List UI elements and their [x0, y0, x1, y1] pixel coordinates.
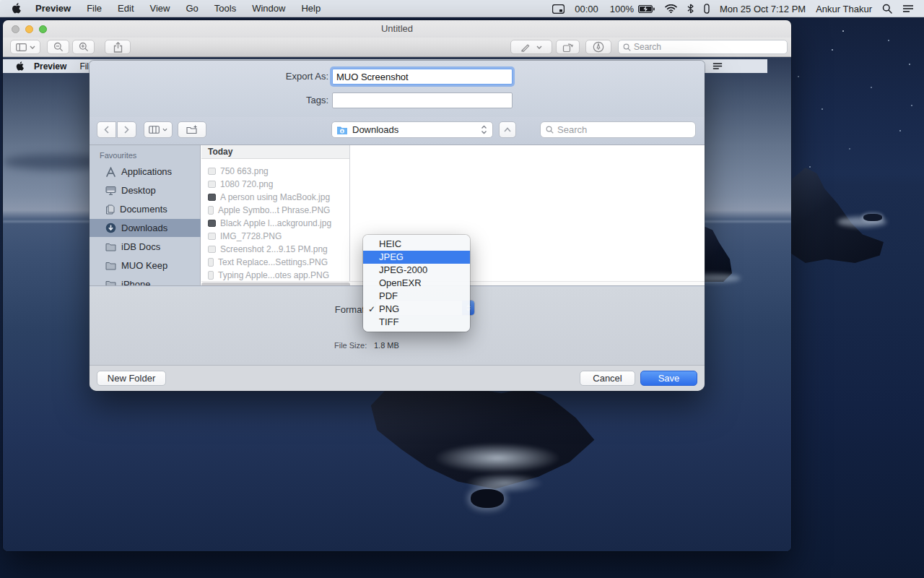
file-row[interactable]: IMG_7728.PNG	[201, 230, 349, 243]
file-thumbnail	[208, 246, 216, 253]
folder-icon	[105, 243, 116, 251]
cancel-label: Cancel	[593, 373, 622, 384]
new-folder-button[interactable]: New Folder	[97, 371, 166, 386]
scrollbar-thumb[interactable]	[201, 282, 350, 286]
file-row[interactable]: Apple Symbo...t Phrase.PNG	[201, 204, 349, 217]
new-folder-icon	[186, 125, 199, 134]
file-thumbnail	[208, 194, 216, 201]
documents-icon	[105, 204, 115, 215]
file-name: Typing Apple...otes app.PNG	[218, 270, 329, 280]
file-thumbnail	[208, 220, 216, 227]
sidebar-label: Applications	[121, 166, 172, 177]
zoom-out-button[interactable]	[47, 40, 69, 54]
file-name: Apple Symbo...t Phrase.PNG	[218, 205, 330, 215]
menu-preview[interactable]: Preview	[35, 3, 71, 14]
format-option-jpeg[interactable]: JPEG	[363, 251, 470, 264]
share-button[interactable]	[105, 40, 131, 54]
sidebar-item-desktop[interactable]: Desktop	[90, 181, 201, 199]
file-row[interactable]: Screenshot 2...9.15 PM.png	[201, 243, 349, 256]
sidebar-item-documents[interactable]: Documents	[90, 200, 201, 218]
menu-window[interactable]: Window	[252, 3, 285, 14]
share-icon	[113, 42, 123, 53]
bluetooth-icon[interactable]	[687, 4, 694, 14]
folder-icon	[105, 280, 116, 287]
menu-go[interactable]: Go	[186, 3, 198, 14]
file-thumbnail	[208, 233, 216, 240]
menu-edit[interactable]: Edit	[118, 3, 134, 14]
menu-bar-clock[interactable]: Mon 25 Oct 7:12 PM	[720, 4, 806, 14]
save-button[interactable]: Save	[640, 371, 697, 386]
toolbar-search-field[interactable]: Search	[618, 40, 788, 54]
file-row[interactable]: 750 663.png	[201, 165, 349, 178]
spotlight-icon[interactable]	[882, 4, 892, 14]
file-name: A person using MacBook.jpg	[220, 192, 330, 202]
file-row[interactable]: 1080 720.png	[201, 178, 349, 191]
sidebar-item-idb-docs[interactable]: iDB Docs	[90, 238, 201, 256]
format-option-heic[interactable]: HEIC	[363, 238, 470, 251]
view-mode-button[interactable]	[144, 121, 173, 138]
format-option-openexr[interactable]: OpenEXR	[363, 277, 470, 290]
format-option-jpeg2000[interactable]: JPEG-2000	[363, 264, 470, 277]
file-thumbnail	[208, 271, 214, 280]
format-option-png[interactable]: ✓PNG	[363, 303, 470, 316]
zoom-in-button[interactable]	[72, 40, 95, 54]
sidebar-item-iphone[interactable]: iPhone	[90, 275, 201, 286]
notification-center-icon[interactable]	[902, 4, 914, 13]
format-label: Format	[90, 304, 365, 315]
menu-view[interactable]: View	[150, 3, 170, 14]
tags-field[interactable]	[332, 92, 513, 108]
wallpaper-rock	[863, 214, 882, 221]
forward-button[interactable]	[117, 121, 136, 138]
rotate-button[interactable]	[556, 40, 580, 54]
file-row[interactable]: Black Apple l...ackground.jpg	[201, 217, 349, 230]
format-option-tiff[interactable]: TIFF	[363, 316, 470, 329]
location-popup[interactable]: Downloads	[331, 121, 493, 138]
format-option-pdf[interactable]: PDF	[363, 290, 470, 303]
format-option-label: PNG	[379, 303, 399, 314]
screen-recording-icon[interactable]	[552, 4, 565, 14]
new-folder-toolbar-button[interactable]	[178, 121, 206, 138]
file-row[interactable]: Text Replace...Settings.PNG	[201, 256, 349, 269]
wifi-icon[interactable]	[665, 4, 677, 13]
markup-toolbar-button[interactable]	[585, 40, 611, 54]
sheet-search-placeholder: Search	[557, 124, 587, 135]
markup-pen-button[interactable]	[510, 40, 552, 54]
export-as-field[interactable]	[332, 69, 513, 85]
sidebar-section-title: Favourites	[100, 151, 136, 160]
peripheral-battery-icon[interactable]	[704, 4, 710, 14]
sidebar-item-downloads[interactable]: Downloads	[90, 219, 201, 237]
menu-bar-user[interactable]: Ankur Thakur	[816, 4, 872, 14]
apple-menu-icon[interactable]	[12, 3, 21, 14]
file-name: 1080 720.png	[220, 179, 273, 189]
sidebar-view-button[interactable]	[10, 40, 40, 54]
up-directory-button[interactable]	[499, 121, 516, 138]
inner-menu-preview: Preview	[34, 61, 66, 72]
inner-apple-icon	[16, 61, 24, 71]
sheet-search-field[interactable]: Search	[540, 121, 696, 138]
file-name: Text Replace...Settings.PNG	[218, 257, 328, 267]
search-icon	[546, 126, 554, 134]
menu-help[interactable]: Help	[301, 3, 321, 14]
sidebar-item-muo-keep[interactable]: MUO Keep	[90, 256, 201, 275]
menu-tools[interactable]: Tools	[214, 3, 236, 14]
file-row[interactable]: Typing Apple...otes app.PNG	[201, 269, 349, 282]
system-menu-bar: Preview File Edit View Go Tools Window H…	[0, 0, 924, 17]
popup-stepper-icon	[481, 125, 487, 134]
file-size-label: File Size:	[334, 341, 367, 350]
downloads-folder-icon	[336, 125, 348, 135]
menu-file[interactable]: File	[87, 3, 102, 14]
desktop-icon	[105, 186, 116, 195]
checkmark-icon: ✓	[368, 303, 375, 316]
window-title-bar[interactable]: Untitled	[3, 20, 791, 38]
applications-icon	[105, 167, 116, 177]
zoom-in-icon	[79, 42, 89, 52]
cancel-button[interactable]: Cancel	[580, 371, 635, 386]
file-row[interactable]: A person using MacBook.jpg	[201, 191, 349, 204]
sidebar-item-applications[interactable]: Applications	[90, 163, 201, 181]
window-title: Untitled	[3, 23, 791, 34]
battery-icon[interactable]	[638, 5, 655, 13]
back-button[interactable]	[97, 121, 116, 138]
chevron-up-icon	[504, 127, 511, 132]
inner-menu-file: Fil	[79, 61, 89, 72]
chevron-down-icon	[30, 46, 35, 49]
